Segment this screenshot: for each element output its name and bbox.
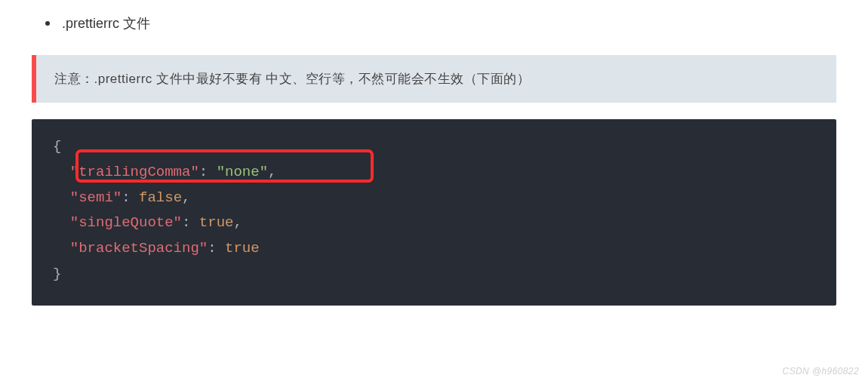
bullet-text: .prettierrc 文件	[62, 16, 150, 31]
code-brace-close: }	[53, 262, 815, 287]
callout-text: 注意：.prettierrc 文件中最好不要有 中文、空行等，不然可能会不生效（…	[54, 72, 530, 86]
code-line-trailing-comma: "trailingComma": "none",	[53, 160, 815, 186]
watermark-text: CSDN @h960822	[783, 366, 859, 376]
code-line-semi: "semi": false,	[53, 186, 815, 211]
code-line-bracket-spacing: "bracketSpacing": true	[53, 236, 815, 262]
bullet-item: .prettierrc 文件	[62, 14, 836, 34]
code-block: { "trailingComma": "none", "semi": false…	[32, 119, 836, 306]
bullet-list: .prettierrc 文件	[32, 14, 836, 34]
document-content: .prettierrc 文件 注意：.prettierrc 文件中最好不要有 中…	[0, 0, 868, 306]
callout-note: 注意：.prettierrc 文件中最好不要有 中文、空行等，不然可能会不生效（…	[32, 55, 836, 103]
code-brace-open: {	[53, 134, 815, 160]
code-line-single-quote: "singleQuote": true,	[53, 210, 815, 236]
